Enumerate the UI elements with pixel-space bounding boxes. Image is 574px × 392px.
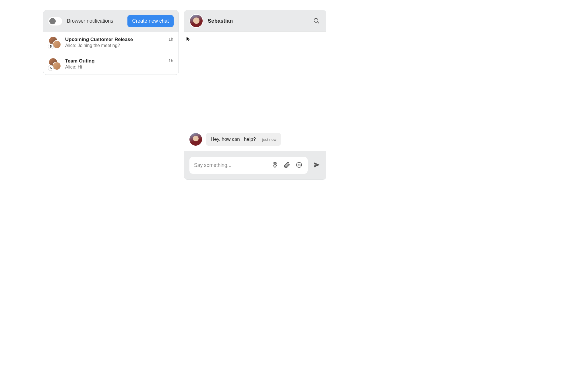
- toggle-knob: [49, 18, 56, 24]
- chat-list-item[interactable]: 5 Team Outing Alice: Hi 1h: [43, 53, 179, 75]
- chat-time: 1h: [168, 37, 173, 42]
- emoji-button[interactable]: [295, 161, 303, 170]
- chat-header: Sebastian: [184, 10, 326, 32]
- chat-partner-name: Sebastian: [208, 18, 307, 24]
- avatar-cluster: 5: [49, 36, 61, 49]
- send-icon: [313, 165, 320, 169]
- avatar: [53, 40, 61, 49]
- attachment-button[interactable]: [283, 161, 291, 170]
- svg-point-3: [296, 162, 302, 167]
- chat-info: Upcoming Customer Release Alice: Joining…: [65, 36, 164, 49]
- svg-point-4: [298, 164, 298, 165]
- composer: [189, 157, 308, 174]
- chat-preview: Alice: Hi: [65, 64, 164, 70]
- location-button[interactable]: [271, 161, 279, 170]
- message-bubble: Hey, how can I help? just now: [206, 133, 281, 146]
- message-time: just now: [262, 137, 277, 142]
- chat-title: Upcoming Customer Release: [65, 36, 164, 43]
- message-text: Hey, how can I help?: [211, 136, 256, 142]
- notifications-group: Browser notifications: [48, 17, 113, 26]
- chat-list-header: Browser notifications Create new chat: [43, 10, 179, 32]
- message-row: Hey, how can I help? just now: [189, 133, 321, 146]
- search-icon: [313, 21, 320, 25]
- svg-line-1: [317, 22, 319, 23]
- chat-list-item[interactable]: 5 Upcoming Customer Release Alice: Joini…: [43, 32, 179, 53]
- paperclip-icon: [284, 165, 290, 169]
- participant-count-badge: 5: [48, 65, 54, 71]
- svg-point-5: [300, 164, 300, 165]
- messages-area: Hey, how can I help? just now: [184, 32, 326, 151]
- avatar-cluster: 5: [49, 58, 61, 70]
- create-new-chat-button[interactable]: Create new chat: [127, 15, 174, 27]
- composer-bar: [184, 151, 326, 180]
- message-input[interactable]: [194, 162, 267, 168]
- avatar: [53, 62, 61, 70]
- chat-panel: Sebastian Hey, how can I help? just now: [184, 10, 326, 180]
- chat-title: Team Outing: [65, 58, 164, 64]
- sender-avatar: [189, 133, 202, 146]
- notifications-toggle[interactable]: [48, 17, 62, 26]
- chat-partner-avatar: [189, 14, 203, 28]
- chat-time: 1h: [168, 58, 173, 63]
- location-pin-icon: [272, 165, 278, 169]
- send-button[interactable]: [312, 161, 321, 170]
- participant-count-badge: 5: [48, 44, 54, 49]
- smiley-icon: [296, 165, 302, 169]
- chat-preview: Alice: Joining the meeting?: [65, 43, 164, 49]
- chat-info: Team Outing Alice: Hi: [65, 58, 164, 70]
- search-button[interactable]: [312, 16, 321, 26]
- notifications-label: Browser notifications: [67, 18, 113, 24]
- chat-list-panel: Browser notifications Create new chat 5 …: [43, 10, 179, 75]
- svg-point-2: [274, 164, 276, 165]
